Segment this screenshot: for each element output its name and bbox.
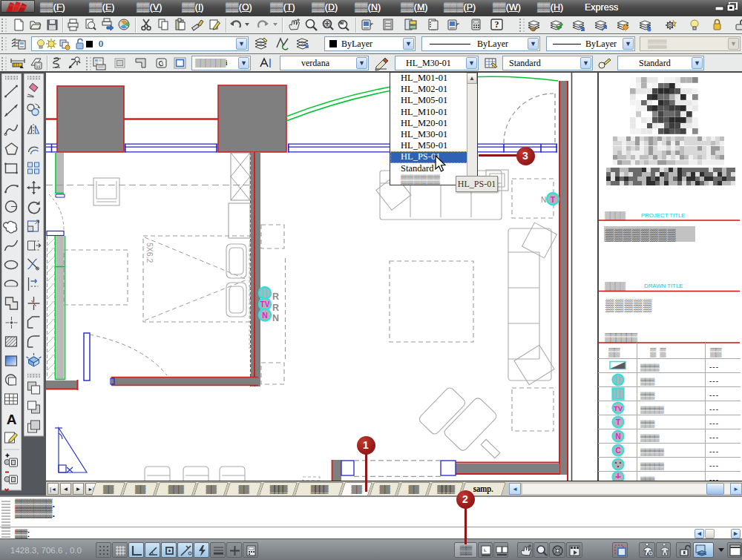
svg-text:TV: TV [614,404,623,412]
svg-text:T: T [616,418,620,426]
svg-text:TV: TV [260,300,270,309]
svg-text:▒▒▒▒▒: ▒▒▒▒▒ [640,461,664,470]
svg-text:N: N [615,432,620,441]
svg-text:---: --- [709,447,719,455]
svg-text:A: A [7,412,17,427]
svg-text:?: ? [495,19,499,30]
svg-text:PROJECT TITLE: PROJECT TITLE [641,212,686,219]
svg-text:C: C [615,447,620,455]
svg-text:▒▒▒▒▒▒: ▒▒▒▒▒▒ [605,333,638,343]
svg-text:▒▒▒▒: ▒▒▒▒ [605,211,626,220]
svg-text:---: --- [709,377,719,385]
svg-text:▒▒▒: ▒▒▒ [640,475,654,481]
svg-text:N: N [272,313,279,323]
svg-text:▒▒: ▒▒ [710,348,722,358]
svg-text:▒▒▒▒▒▒▒▒: ▒▒▒▒▒▒▒▒ [605,228,677,242]
svg-text:▒▒▒▒▒: ▒▒▒▒▒ [640,447,664,456]
svg-text:▒▒▒▒: ▒▒▒▒ [640,363,660,372]
svg-text:▒▒▒: ▒▒▒ [640,377,654,386]
svg-text:▒▒: ▒▒ [608,348,620,358]
svg-text:▒▒▒▒▒: ▒▒▒▒▒ [640,405,664,414]
svg-text:▒▒▒: ▒▒▒ [640,391,654,400]
svg-text:▒▒▒: ▒▒▒ [640,419,654,428]
svg-text:---: --- [709,475,719,481]
svg-text:▒▒▒▒▒: ▒▒▒▒▒ [605,298,652,312]
svg-text:N: N [541,196,546,204]
svg-text:---: --- [709,363,719,371]
svg-text:---: --- [709,391,719,399]
svg-text:▒▒▒▒: ▒▒▒▒ [640,433,660,442]
svg-text:---: --- [709,419,719,427]
svg-text:▒▒▒▒: ▒▒▒▒ [605,281,626,291]
svg-text:---: --- [709,461,719,470]
svg-text:R: R [272,303,279,313]
svg-text:T: T [551,195,556,204]
svg-text:R: R [272,291,279,302]
svg-text:▒▒: ▒▒ [650,348,669,358]
svg-text:---: --- [709,433,719,441]
svg-text:---: --- [709,405,719,413]
svg-text:N: N [262,311,268,320]
svg-text:5X6.2: 5X6.2 [145,243,154,263]
svg-text:DRAWN TITLE: DRAWN TITLE [644,283,683,289]
